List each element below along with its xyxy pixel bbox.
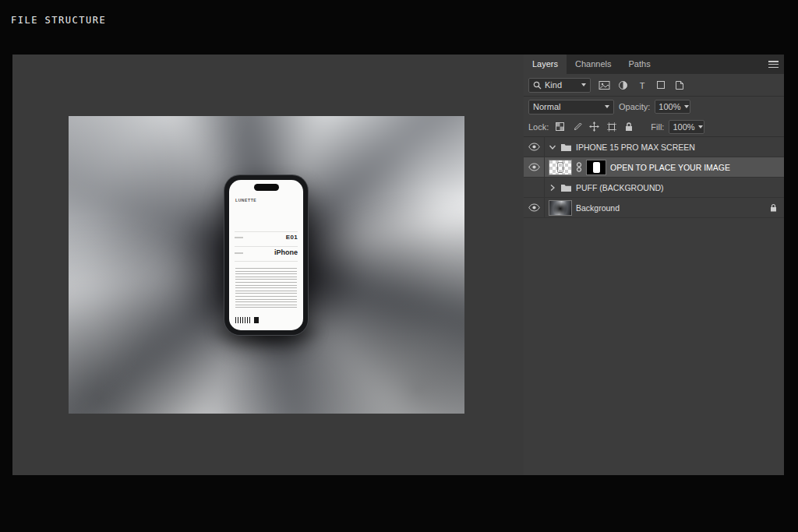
panel-tab-bar: Layers Channels Paths: [524, 55, 784, 74]
filter-adjustment-layers-button[interactable]: [615, 78, 631, 93]
phone-screen: LUNETTE E01 iPhone: [229, 180, 303, 330]
mask-shape: [593, 162, 600, 173]
panel-menu-icon[interactable]: [768, 61, 779, 68]
locked-icon: [770, 203, 777, 212]
eye-icon: [528, 203, 540, 212]
fill-value: 100%: [673, 122, 694, 132]
chevron-down-icon[interactable]: [549, 145, 556, 150]
blend-mode-select[interactable]: Normal: [528, 100, 614, 115]
screen-tiny-label: [235, 237, 243, 238]
screen-model-code: E01: [286, 234, 298, 241]
screen-divider: [235, 231, 298, 232]
visibility-toggle[interactable]: [524, 198, 545, 217]
tab-paths[interactable]: Paths: [620, 55, 659, 74]
lock-artboard-button[interactable]: [605, 120, 618, 133]
chevron-down-icon: [605, 105, 609, 108]
layer-thumbnail[interactable]: [549, 160, 572, 175]
layer-mask-thumbnail[interactable]: [586, 160, 606, 175]
document-canvas[interactable]: LUNETTE E01 iPhone: [69, 116, 464, 414]
app-window: FILE STRUCTURE LUNETTE E01 iPhone: [0, 0, 798, 532]
chevron-down-icon: [684, 105, 689, 108]
lock-row: Lock: Fill: 100%: [524, 117, 784, 137]
opacity-value: 100%: [659, 102, 680, 111]
blend-mode-row: Normal Opacity: 100%: [524, 97, 784, 117]
phone-notch: [254, 184, 279, 191]
filter-kind-select[interactable]: Kind: [528, 78, 591, 93]
screen-divider: [235, 246, 298, 247]
layer-list: IPHONE 15 PRO MAX SCREEN OPEN TO PLACE Y: [524, 137, 784, 218]
layer-row-iphone-screen-group[interactable]: IPHONE 15 PRO MAX SCREEN: [524, 137, 784, 157]
window-title: FILE STRUCTURE: [11, 15, 106, 26]
titlebar: FILE STRUCTURE: [0, 0, 798, 55]
visibility-toggle[interactable]: [524, 137, 545, 157]
opacity-label: Opacity:: [619, 102, 650, 111]
canvas-area: LUNETTE E01 iPhone: [12, 55, 524, 475]
fill-input[interactable]: 100%: [669, 120, 704, 134]
visibility-toggle[interactable]: [524, 178, 545, 197]
filter-smart-objects-button[interactable]: [671, 78, 687, 93]
barcode: [235, 317, 251, 323]
folder-icon: [560, 183, 572, 192]
layer-name: Background: [576, 203, 620, 213]
barcode-block: [254, 317, 259, 323]
layers-panel: Layers Channels Paths Kind: [524, 55, 784, 475]
opacity-input[interactable]: 100%: [655, 100, 690, 114]
tab-layers[interactable]: Layers: [524, 55, 567, 74]
eye-icon: [528, 163, 540, 171]
fill-label: Fill:: [651, 122, 664, 132]
filter-kind-value: Kind: [545, 80, 562, 90]
lock-pixels-button[interactable]: [570, 120, 584, 133]
blend-mode-value: Normal: [533, 102, 560, 111]
chevron-down-icon: [581, 83, 586, 86]
layer-row-open-to-place-image[interactable]: OPEN TO PLACE YOUR IMAGE: [524, 157, 784, 178]
screen-tiny-label: [235, 252, 243, 254]
thumbnail-phone-outline: [557, 162, 563, 173]
lock-all-button[interactable]: [622, 120, 635, 133]
visibility-toggle[interactable]: [524, 157, 545, 177]
screen-brand-text: LUNETTE: [235, 198, 256, 203]
lock-position-button[interactable]: [588, 120, 601, 133]
filter-pixel-layers-button[interactable]: [596, 78, 613, 93]
screen-divider: [235, 261, 298, 262]
eye-icon: [528, 143, 540, 151]
svg-text:T: T: [639, 81, 644, 90]
layer-mask-link-icon[interactable]: [576, 162, 582, 172]
folder-icon: [560, 143, 572, 152]
search-icon: [533, 81, 542, 90]
layer-row-puff-background-group[interactable]: PUFF (BACKGROUND): [524, 178, 784, 198]
filter-type-layers-button[interactable]: T: [634, 78, 650, 93]
layer-name: IPHONE 15 PRO MAX SCREEN: [576, 143, 695, 152]
screen-device-name: iPhone: [274, 248, 298, 256]
phone-mockup[interactable]: LUNETTE E01 iPhone: [224, 175, 308, 335]
layer-thumbnail[interactable]: [549, 200, 572, 216]
lock-label: Lock:: [528, 122, 549, 132]
chevron-down-icon: [698, 125, 703, 129]
layer-filter-row: Kind T: [524, 74, 784, 97]
layer-row-background[interactable]: Background: [524, 198, 784, 218]
tab-channels[interactable]: Channels: [567, 55, 620, 74]
layer-name: OPEN TO PLACE YOUR IMAGE: [610, 163, 730, 172]
filter-shape-layers-button[interactable]: [652, 78, 669, 93]
screen-fineprint-text: [235, 268, 297, 308]
lock-transparency-button[interactable]: [553, 120, 567, 133]
chevron-right-icon[interactable]: [549, 185, 556, 191]
layer-name: PUFF (BACKGROUND): [576, 183, 664, 192]
